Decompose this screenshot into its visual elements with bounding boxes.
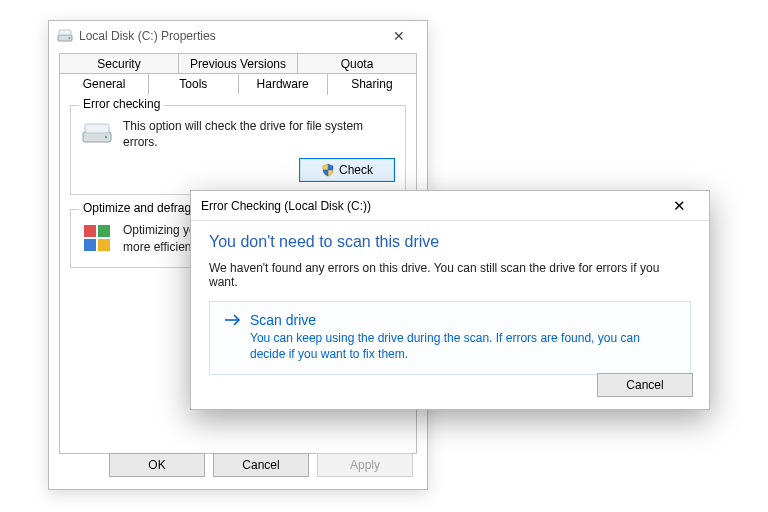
scan-drive-action[interactable]: Scan drive You can keep using the drive … (209, 301, 691, 375)
tab-general[interactable]: General (59, 73, 149, 95)
properties-title: Local Disk (C:) Properties (79, 29, 216, 43)
dialog-titlebar[interactable]: Error Checking (Local Disk (C:)) ✕ (191, 191, 709, 221)
svg-rect-6 (84, 225, 96, 237)
svg-rect-4 (85, 124, 109, 133)
apply-button[interactable]: Apply (317, 453, 413, 477)
check-button-label: Check (339, 163, 373, 177)
ok-button[interactable]: OK (109, 453, 205, 477)
tab-hardware[interactable]: Hardware (239, 73, 328, 95)
error-checking-legend: Error checking (79, 97, 164, 111)
error-checking-group: Error checking This option will check th… (70, 105, 406, 195)
svg-rect-9 (98, 239, 110, 251)
tab-sharing[interactable]: Sharing (328, 73, 417, 95)
dialog-cancel-button[interactable]: Cancel (597, 373, 693, 397)
dialog-title: Error Checking (Local Disk (C:)) (201, 199, 371, 213)
error-checking-text: This option will check the drive for fil… (123, 118, 395, 150)
dialog-heading: You don't need to scan this drive (209, 233, 691, 251)
tab-tools[interactable]: Tools (149, 73, 238, 95)
svg-point-5 (105, 136, 107, 138)
tab-security[interactable]: Security (59, 53, 179, 74)
drive-icon (57, 28, 73, 44)
uac-shield-icon (321, 163, 335, 177)
properties-bottom-buttons: OK Cancel Apply (109, 453, 413, 477)
properties-tabs: Security Previous Versions Quota General… (59, 53, 417, 95)
tab-previous-versions[interactable]: Previous Versions (179, 53, 298, 74)
scan-drive-subtext: You can keep using the drive during the … (250, 330, 676, 362)
dialog-close-button[interactable]: ✕ (659, 197, 699, 215)
svg-point-2 (69, 37, 71, 39)
scan-drive-label: Scan drive (250, 312, 316, 328)
cancel-button[interactable]: Cancel (213, 453, 309, 477)
properties-titlebar[interactable]: Local Disk (C:) Properties ✕ (49, 21, 427, 51)
properties-close-button[interactable]: ✕ (379, 28, 419, 44)
svg-rect-8 (84, 239, 96, 251)
error-checking-dialog: Error Checking (Local Disk (C:)) ✕ You d… (190, 190, 710, 410)
arrow-right-icon (224, 313, 242, 327)
svg-rect-7 (98, 225, 110, 237)
drive-large-icon (81, 118, 113, 150)
tab-quota[interactable]: Quota (298, 53, 417, 74)
dialog-description: We haven't found any errors on this driv… (209, 261, 691, 289)
check-button[interactable]: Check (299, 158, 395, 182)
defrag-icon (81, 222, 113, 254)
svg-rect-1 (59, 30, 71, 35)
